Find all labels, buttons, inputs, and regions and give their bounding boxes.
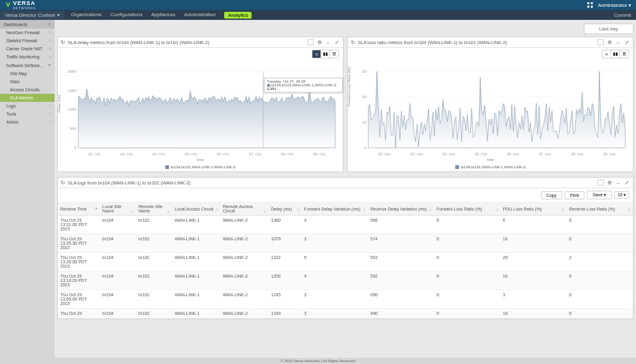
apps-icon[interactable]	[587, 2, 593, 8]
table-row[interactable]: Thu Oct 29 13:05:09 PDT 2015br104br101WA…	[58, 290, 633, 309]
minimize-icon[interactable]: –	[615, 180, 621, 186]
chevron-right-icon: ›	[50, 112, 51, 116]
logo-icon	[5, 2, 11, 8]
chevron-right-icon: ›	[50, 55, 51, 59]
col-header[interactable]: Delay (ms)◇	[268, 202, 301, 216]
table-row[interactable]: Thu Oct 29 13:31:00 PDT 2015br104br101WA…	[58, 216, 633, 234]
checkbox[interactable]	[597, 39, 604, 45]
refresh-icon[interactable]: ↻	[351, 40, 355, 45]
topbar: VERSA NETWORKS Administrator ▾	[0, 0, 636, 10]
chart-tooltip: Tuesday, Oct 27, 20:18 br104,br101,WAN-L…	[264, 78, 343, 93]
panel-title: SLA logs from br104 (WAN-LINK-1) to br10…	[68, 180, 191, 186]
svg-text:25. Oct: 25. Oct	[184, 152, 197, 156]
gear-icon[interactable]: ⚙	[316, 39, 322, 45]
brand-sub: NETWORKS	[13, 6, 36, 10]
col-header[interactable]: Forward Loss Ratio (%)◇	[434, 202, 501, 216]
svg-text:28. Oct: 28. Oct	[281, 152, 293, 156]
nav-configurations[interactable]: Configurations	[111, 12, 143, 19]
y-axis-label: Forward Loss Ratio (%)	[347, 67, 351, 106]
nav-organizations[interactable]: Organizations	[71, 12, 101, 19]
sidebar-header-dashboards[interactable]: Dashboards▾	[0, 20, 55, 29]
svg-text:24. Oct: 24. Oct	[152, 152, 165, 156]
svg-text:25. Oct: 25. Oct	[475, 152, 487, 156]
col-header[interactable]: PDU Loss Ratio (%)◇	[501, 202, 567, 216]
save-button[interactable]: Save ▾	[587, 191, 612, 199]
panel-title: SLA delay metrics from br104 (WAN-LINK-1…	[68, 40, 209, 45]
view-list-icon[interactable]: ☰	[330, 50, 338, 58]
chevron-right-icon: ›	[50, 104, 51, 108]
loss-chart[interactable]: 0102030 22. Oct23. Oct24. Oct25. Oct26. …	[349, 64, 632, 157]
col-header[interactable]: Reverse Loss Ratio (%)◇	[566, 202, 633, 216]
sidebar-item-access-circuits[interactable]: Access Circuits	[0, 86, 55, 94]
col-header[interactable]: Forward Delay Variation (ms)◇	[302, 202, 368, 216]
table-row[interactable]: Thu Oct 29 13:25:30 PDT 2015br104br101WA…	[58, 234, 633, 253]
sidebar-item-logs[interactable]: Logs›	[0, 102, 55, 110]
minimize-icon[interactable]: –	[615, 39, 621, 45]
sidebar-item-sites[interactable]: Sites	[0, 78, 55, 86]
y-axis-label: Delay (ms)	[57, 94, 61, 112]
svg-text:26. Oct: 26. Oct	[507, 152, 519, 156]
nav-analytics[interactable]: Analytics	[224, 12, 252, 19]
sidebar-item-cgnat[interactable]: Carrier Grade NAT›	[0, 45, 55, 53]
view-bar-icon[interactable]: ▮▮	[611, 50, 620, 58]
view-area-icon[interactable]: ≡	[312, 50, 321, 58]
refresh-icon[interactable]: ↻	[61, 180, 65, 186]
expand-icon[interactable]: ⤢	[334, 39, 340, 45]
nav-administration[interactable]: Administration	[184, 12, 216, 19]
table-row[interactable]: Thu Oct 29 13:14:29 PDT 2015br104br101WA…	[58, 271, 633, 290]
view-list-icon[interactable]: ☰	[620, 50, 629, 58]
time-range-select[interactable]: Last day	[584, 24, 634, 34]
gear-icon[interactable]: ⚙	[606, 180, 612, 186]
svg-text:30: 30	[362, 69, 367, 73]
sidebar-item-sdn[interactable]: Software Defined...▾	[0, 61, 55, 70]
context-select[interactable]: Versa Director Context▾	[0, 11, 65, 19]
commit-button[interactable]: Commit	[614, 12, 636, 18]
chevron-right-icon: ›	[50, 39, 51, 43]
refresh-icon[interactable]: ↻	[61, 40, 65, 45]
svg-text:23. Oct: 23. Oct	[411, 152, 423, 156]
svg-text:0: 0	[74, 145, 76, 150]
view-area-icon[interactable]: ≡	[602, 50, 611, 58]
svg-text:27. Oct: 27. Oct	[248, 152, 261, 156]
svg-text:24. Oct: 24. Oct	[442, 152, 455, 156]
expand-icon[interactable]: ⤢	[624, 180, 630, 186]
sidebar-item-site-map[interactable]: Site Map	[0, 70, 55, 78]
minimize-icon[interactable]: –	[325, 39, 331, 45]
time-range-row: Last day	[57, 24, 634, 34]
chevron-down-icon: ▾	[48, 63, 51, 68]
chevron-down-icon: ▾	[629, 2, 631, 8]
panel-title: SLA loss ratio metrics from br104 (WAN-L…	[358, 40, 507, 45]
sidebar-item-tools[interactable]: Tools›	[0, 110, 55, 118]
chevron-right-icon: ›	[50, 120, 51, 124]
svg-text:26. Oct: 26. Oct	[217, 152, 229, 156]
nav-appliances[interactable]: Appliances	[151, 12, 175, 19]
sidebar-item-sla-metrics[interactable]: SLA Metrics	[0, 94, 55, 102]
col-header[interactable]: Remote Site Name◇	[136, 202, 172, 216]
sidebar-item-traffic-monitoring[interactable]: Traffic Monitoring›	[0, 53, 55, 61]
chevron-right-icon: ›	[50, 47, 51, 51]
col-header[interactable]: Local Access Circuit◇	[172, 202, 220, 216]
col-header[interactable]: Local Site Name◇	[100, 202, 136, 216]
sidebar-item-stateful-firewall[interactable]: Stateful Firewall›	[0, 37, 55, 45]
svg-rect-1	[591, 2, 593, 4]
user-menu[interactable]: Administrator ▾	[598, 2, 631, 8]
table-row[interactable]: Thu Oct 29br104br101WAN-LINK-1WAN-LINK-2…	[58, 309, 633, 319]
expand-icon[interactable]: ⤢	[624, 39, 630, 45]
table-row[interactable]: Thu Oct 29 13:20:00 PDT 2015br104br101WA…	[58, 253, 633, 271]
pagesize-select[interactable]: 10 ▾	[614, 191, 629, 199]
checkbox[interactable]	[307, 39, 314, 45]
svg-text:22. Oct: 22. Oct	[378, 152, 391, 156]
copy-button[interactable]: Copy	[541, 191, 562, 199]
view-bar-icon[interactable]: ▮▮	[321, 50, 330, 58]
nav-items: Organizations Configurations Appliances …	[71, 12, 252, 19]
svg-text:22. Oct: 22. Oct	[88, 152, 101, 156]
col-header[interactable]: Reverse Delay Variation (ms)◇	[368, 202, 434, 216]
col-header[interactable]: Remote Access Circuit◇	[220, 202, 269, 216]
svg-rect-2	[587, 6, 589, 7]
sidebar-item-admin[interactable]: Admin›	[0, 118, 55, 126]
checkbox[interactable]	[597, 180, 604, 186]
sidebar-item-nextgen-firewall[interactable]: NextGen Firewall›	[0, 29, 55, 37]
print-button[interactable]: Print	[565, 191, 584, 199]
gear-icon[interactable]: ⚙	[606, 39, 612, 45]
col-header[interactable]: Receive Time▼	[58, 202, 100, 216]
